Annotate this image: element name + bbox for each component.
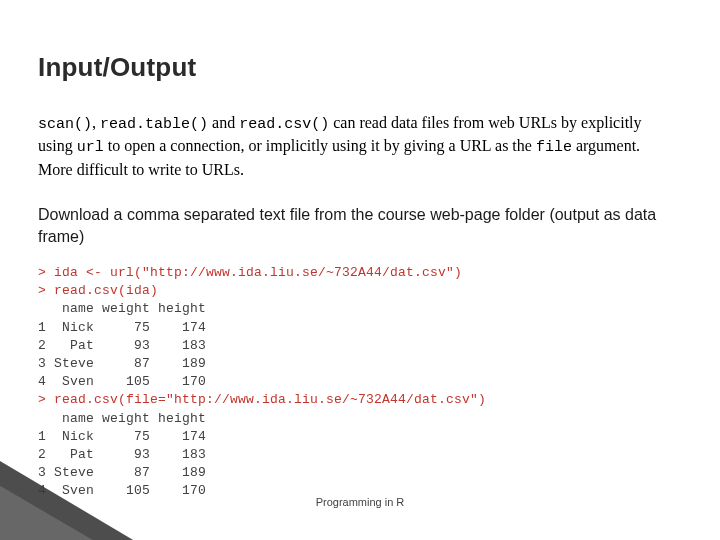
slide: Input/Output scan(), read.table() and re… <box>0 0 720 540</box>
text: , <box>92 114 100 131</box>
code-scan: scan() <box>38 116 92 133</box>
console-line: name weight height <box>38 301 206 316</box>
console-line: 1 Nick 75 174 <box>38 429 206 444</box>
paragraph-2: Download a comma separated text file fro… <box>38 204 678 247</box>
console-line: 2 Pat 93 183 <box>38 338 206 353</box>
console-line: 1 Nick 75 174 <box>38 320 206 335</box>
console-line: 4 Sven 105 170 <box>38 374 206 389</box>
corner-decoration <box>0 480 110 540</box>
console-line: name weight height <box>38 411 206 426</box>
console-line: > read.csv(ida) <box>38 283 158 298</box>
console-line: 3 Steve 87 189 <box>38 356 206 371</box>
slide-title: Input/Output <box>38 52 196 83</box>
text: to open a connection, or implicitly usin… <box>104 137 536 154</box>
code-read-table: read.table() <box>100 116 208 133</box>
console-line: > ida <- url("http://www.ida.liu.se/~732… <box>38 265 462 280</box>
paragraph-1: scan(), read.table() and read.csv() can … <box>38 112 678 180</box>
text: and <box>208 114 239 131</box>
code-file: file <box>536 139 572 156</box>
code-read-csv: read.csv() <box>239 116 329 133</box>
console-line: > read.csv(file="http://www.ida.liu.se/~… <box>38 392 486 407</box>
code-url: url <box>77 139 104 156</box>
